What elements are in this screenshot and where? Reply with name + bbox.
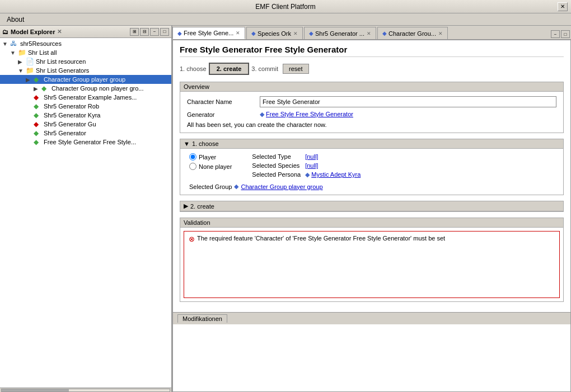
radio-player[interactable]: Player (189, 153, 232, 160)
create-header[interactable]: ▶ 2. create (180, 201, 563, 211)
validation-section: Validation ⊗ The required feature 'Chara… (180, 218, 564, 302)
selected-persona-label: Selected Persona (252, 171, 301, 178)
tab-speciesork[interactable]: ◆ Species Ork ✕ (246, 27, 303, 39)
panel-title: 🗂 Model Explorer ✕ (2, 29, 62, 35)
chargroup-nonplayer-icon: ◆ (41, 84, 50, 92)
generator-link[interactable]: Free Style Free Style Generator (266, 111, 353, 117)
selected-group-label: Selected Group (189, 183, 232, 190)
tree-item-freestylegen[interactable]: ▶ ◆ Free Style Generator Free Style... (0, 138, 171, 147)
menu-about[interactable]: About (2, 15, 29, 25)
scrollbar-track[interactable] (1, 389, 170, 392)
toggle-shr5resources[interactable]: ▼ (2, 41, 10, 47)
toggle-shrlistresourcen[interactable]: ▶ (18, 59, 26, 65)
menu-bar: About (0, 13, 571, 26)
choose-content: Player None player Selected Type [null] (180, 149, 563, 195)
tree-item-shr5resources[interactable]: ▼ 🖧 shr5Resources (0, 39, 171, 48)
tab-speciesork-label: Species Ork (258, 30, 291, 37)
overview-header: Overview (180, 82, 563, 92)
tree-item-shr5gen[interactable]: ▶ ◆ Shr5 Generator (0, 129, 171, 138)
tab-shr5gen-label: Shr5 Generator ... (315, 30, 364, 37)
chargroup-player-icon: ◆ (34, 75, 43, 83)
character-name-input[interactable] (260, 96, 556, 107)
choose-collapse-icon: ▼ (184, 140, 190, 147)
tree-item-chargroup-nonplayer[interactable]: ▶ ◆ Character Group non player gro... (0, 84, 171, 93)
content-inner: Free Style Generator Free Style Generato… (173, 40, 570, 312)
modifikationen-tab[interactable]: Modifikationen (177, 314, 227, 323)
tree-item-chargroup-player[interactable]: ▶ ◆ Character Group player group (0, 75, 171, 84)
tree-item-shr5gen-gu[interactable]: ▶ ◆ Shr5 Generator Gu (0, 120, 171, 129)
validation-content: ⊗ The required feature 'Character' of 'F… (184, 231, 560, 298)
toggle-chargroup-player[interactable]: ▶ (26, 77, 34, 83)
choose-header[interactable]: ▼ 1. choose (180, 139, 563, 149)
generator-row: Generator ◆ Free Style Free Style Genera… (187, 111, 556, 118)
radio-noneplayer-input[interactable] (189, 163, 196, 170)
panel-minimize-btn[interactable]: − (150, 28, 159, 36)
tab-chargroup[interactable]: ◆ Character Grou... ✕ (377, 27, 448, 39)
selected-type-value[interactable]: [null] (305, 153, 361, 160)
chargroup-player-label: Character Group player group (44, 76, 125, 83)
tab-shr5gen-close[interactable]: ✕ (367, 31, 371, 36)
shr5gen-james-label: Shr5 Generator Example James... (44, 94, 137, 101)
group-link[interactable]: Character Group player group (241, 183, 322, 190)
toggle-shrlistall[interactable]: ▼ (10, 50, 18, 56)
shrlistall-icon: 📁 (18, 49, 27, 56)
group-icon: ◆ (234, 183, 238, 190)
tab-shr5gen[interactable]: ◆ Shr5 Generator ... ✕ (304, 27, 376, 39)
tab-minimize-btn[interactable]: − (551, 30, 560, 38)
selected-species-value[interactable]: [null] (305, 162, 361, 169)
horizontal-scrollbar[interactable] (0, 388, 171, 392)
choose-layout: Player None player Selected Type [null] (189, 153, 554, 178)
tree-item-shr5gen-kyra[interactable]: ▶ ◆ Shr5 Generator Kyra (0, 111, 171, 120)
tree-item-shrlistall[interactable]: ▼ 📁 Shr List all (0, 48, 171, 57)
create-expand-icon: ▶ (184, 202, 188, 210)
shrlistall-label: Shr List all (28, 49, 57, 56)
step2-button[interactable]: 2. create (209, 63, 250, 75)
create-header-label: 2. create (190, 203, 214, 210)
tab-maximize-btn[interactable]: □ (561, 30, 570, 38)
shr5resources-icon: 🖧 (10, 40, 19, 48)
tab-freestylegen[interactable]: ◆ Free Style Gene... ✕ (172, 27, 245, 39)
tree-item-shrlistgenerators[interactable]: ▼ 📁 Shr List Generators (0, 66, 171, 75)
tab-speciesork-close[interactable]: ✕ (293, 31, 298, 36)
panel-title-text: Model Explorer (11, 29, 55, 35)
reset-button[interactable]: reset (283, 64, 308, 74)
persona-link[interactable]: Mystic Adept Kyra (311, 171, 361, 178)
shr5gen-kyra-label: Shr5 Generator Kyra (44, 112, 101, 119)
toggle-shrlistgenerators[interactable]: ▼ (18, 68, 26, 74)
toggle-chargroup-nonplayer[interactable]: ▶ (34, 86, 41, 92)
tab-bar: ◆ Free Style Gene... ✕ ◆ Species Ork ✕ ◆… (172, 26, 571, 40)
overview-content: Character Name Generator ◆ Free Style Fr… (180, 92, 563, 133)
shr5gen-rob-label: Shr5 Generator Rob (44, 103, 99, 110)
info-text: All has been set, you can create the cha… (187, 121, 556, 128)
radio-player-label: Player (199, 154, 216, 160)
radio-noneplayer[interactable]: None player (189, 163, 232, 170)
persona-icon: ◆ (305, 171, 310, 178)
left-panel: 🗂 Model Explorer ✕ ⊞ ⊟ − □ ▼ 🖧 shr5Resou… (0, 26, 172, 392)
tab-chargroup-icon: ◆ (382, 30, 387, 36)
tree-item-shrlistresourcen[interactable]: ▶ 📄 Shr List resourcen (0, 57, 171, 66)
scrollbar-thumb[interactable] (2, 389, 69, 391)
panel-toolbar-btn2[interactable]: ⊟ (140, 28, 149, 36)
freestylegen-label: Free Style Generator Free Style... (44, 139, 136, 145)
overview-section: Overview Character Name Generator ◆ Free… (180, 82, 564, 133)
main-layout: 🗂 Model Explorer ✕ ⊞ ⊟ − □ ▼ 🖧 shr5Resou… (0, 26, 571, 392)
modifikationen-bar: Modifikationen (173, 312, 570, 324)
radio-player-input[interactable] (189, 153, 196, 160)
shr5gen-gu-icon: ◆ (34, 120, 43, 128)
content-title: Free Style Generator Free Style Generato… (180, 45, 564, 57)
freestylegen-icon: ◆ (34, 138, 43, 146)
close-button[interactable]: ✕ (558, 2, 568, 11)
tab-freestylegen-close[interactable]: ✕ (236, 30, 240, 36)
validation-error: ⊗ The required feature 'Character' of 'F… (189, 235, 555, 243)
choose-section: ▼ 1. choose Player (180, 139, 564, 195)
shr5gen-gu-label: Shr5 Generator Gu (44, 121, 96, 127)
generator-value: ◆ Free Style Free Style Generator (260, 111, 556, 118)
tree-item-shr5gen-rob[interactable]: ▶ ◆ Shr5 Generator Rob (0, 102, 171, 111)
panel-maximize-btn[interactable]: □ (160, 28, 169, 36)
tree-item-shr5gen-james[interactable]: ▶ ◆ Shr5 Generator Example James... (0, 93, 171, 102)
selected-group-row: Selected Group ◆ Character Group player … (189, 183, 554, 190)
panel-toolbar-btn1[interactable]: ⊞ (130, 28, 139, 36)
tab-chargroup-close[interactable]: ✕ (438, 31, 443, 36)
selected-type-label: Selected Type (252, 153, 301, 160)
choose-header-label: 1. choose (192, 140, 219, 147)
